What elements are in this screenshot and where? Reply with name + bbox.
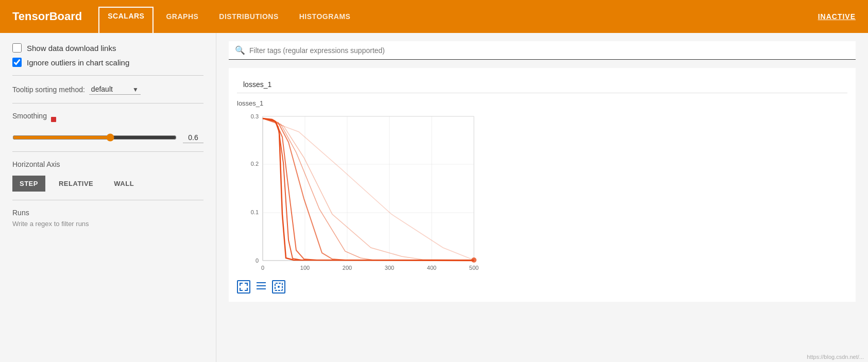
main-layout: Show data download links Ignore outliers… [0, 33, 868, 362]
app-logo: TensorBoard [12, 10, 82, 23]
svg-text:300: 300 [385, 265, 394, 271]
svg-text:0: 0 [256, 257, 259, 264]
axis-step-button[interactable]: STEP [12, 176, 45, 192]
runs-title: Runs [12, 209, 203, 217]
tooltip-label: Tooltip sorting method: [12, 85, 85, 94]
smoothing-title: Smoothing [12, 112, 47, 120]
nav-scalars[interactable]: SCALARS [98, 7, 154, 35]
checkboxes-section: Show data download links Ignore outliers… [12, 43, 203, 67]
show-download-row: Show data download links [12, 43, 203, 53]
svg-rect-24 [257, 288, 266, 289]
smoothing-value: 0.6 [183, 133, 203, 143]
divider-3 [12, 151, 203, 152]
nav-histograms[interactable]: HISTOGRAMS [291, 8, 359, 25]
chart-inner-title: losses_1 [237, 99, 847, 107]
divider-1 [12, 75, 203, 76]
svg-point-21 [471, 257, 476, 263]
svg-text:0.1: 0.1 [251, 209, 259, 215]
expand-chart-button[interactable] [237, 280, 250, 294]
content-area: 🔍 losses_1 losses_1 [216, 33, 868, 362]
search-icon: 🔍 [235, 45, 245, 55]
url-hint: https://blog.csdn.net/... [807, 354, 864, 360]
axis-buttons: STEP RELATIVE WALL [12, 176, 203, 192]
svg-text:400: 400 [427, 265, 436, 271]
axis-wall-button[interactable]: WALL [107, 176, 141, 192]
smoothing-indicator [51, 117, 56, 122]
chart-lines-button[interactable] [257, 282, 266, 291]
axis-relative-button[interactable]: RELATIVE [52, 176, 100, 192]
header: TensorBoard SCALARS GRAPHS DISTRIBUTIONS… [0, 0, 868, 33]
nav-distributions[interactable]: DISTRIBUTIONS [211, 8, 286, 25]
chart-toolbar [237, 280, 847, 294]
svg-text:100: 100 [300, 265, 310, 271]
svg-text:0.3: 0.3 [251, 113, 259, 119]
horizontal-axis-title: Horizontal Axis [12, 160, 203, 168]
runs-section: Runs Write a regex to filter runs [12, 209, 203, 228]
tooltip-section: Tooltip sorting method: default ascendin… [12, 84, 203, 95]
header-nav: SCALARS GRAPHS DISTRIBUTIONS HISTOGRAMS [98, 7, 818, 26]
show-download-label: Show data download links [27, 44, 116, 53]
ignore-outliers-checkbox[interactable] [12, 58, 22, 67]
chart-card: losses_1 losses_1 [229, 68, 856, 302]
chart-section-title: losses_1 [237, 76, 847, 93]
tooltip-select[interactable]: default ascending descending nearest [89, 84, 141, 95]
status-badge: INACTIVE [818, 12, 856, 21]
smoothing-slider-row: 0.6 [12, 133, 203, 143]
svg-text:200: 200 [343, 265, 352, 271]
tooltip-select-wrapper: default ascending descending nearest ▼ [89, 84, 141, 95]
divider-2 [12, 103, 203, 104]
svg-rect-23 [257, 285, 266, 286]
ignore-outliers-row: Ignore outliers in chart scaling [12, 58, 203, 67]
show-download-checkbox[interactable] [12, 43, 22, 53]
chart-svg: 0 0.1 0.2 0.3 0 100 200 300 400 500 [237, 111, 484, 276]
select-region-button[interactable] [272, 280, 285, 294]
sidebar: Show data download links Ignore outliers… [0, 33, 216, 362]
runs-subtitle: Write a regex to filter runs [12, 220, 203, 228]
search-bar: 🔍 [229, 41, 856, 60]
horizontal-axis-section: Horizontal Axis STEP RELATIVE WALL [12, 160, 203, 192]
search-input[interactable] [249, 46, 849, 55]
smoothing-section: Smoothing 0.6 [12, 112, 203, 143]
nav-graphs[interactable]: GRAPHS [158, 8, 207, 25]
svg-text:500: 500 [469, 265, 479, 271]
smoothing-header: Smoothing [12, 112, 203, 127]
chart-area: 0 0.1 0.2 0.3 0 100 200 300 400 500 [237, 111, 484, 276]
svg-text:0: 0 [261, 265, 264, 271]
svg-text:0.2: 0.2 [251, 161, 259, 167]
smoothing-slider[interactable] [12, 133, 177, 142]
divider-4 [12, 200, 203, 200]
smoothing-slider-container [12, 133, 177, 143]
svg-point-26 [278, 286, 280, 288]
ignore-outliers-label: Ignore outliers in chart scaling [27, 58, 129, 67]
svg-rect-22 [257, 282, 266, 283]
